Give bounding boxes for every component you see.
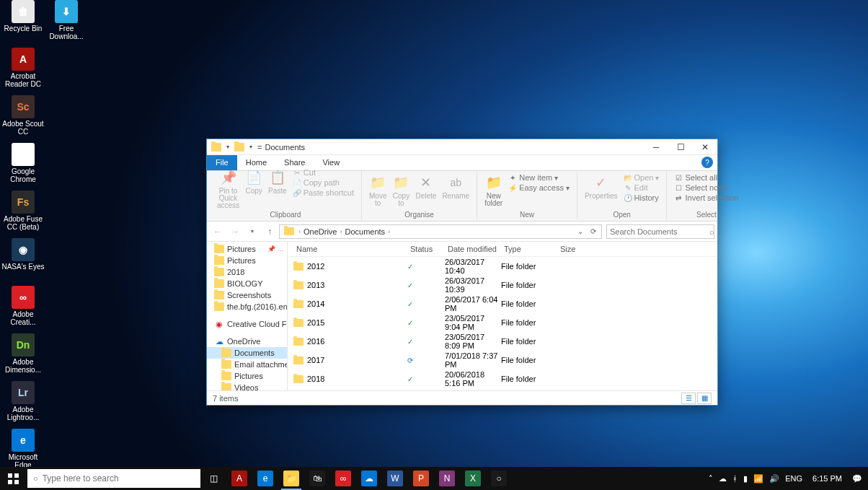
file-list[interactable]: 2012 ✓ 26/03/2017 10:40 File folder 2013… — [288, 257, 717, 390]
taskbar-acrobat[interactable]: A — [226, 467, 252, 490]
desktop-icon[interactable]: 🗑Recycle Bin — [1, 0, 45, 32]
address-dropdown[interactable]: ⌄ — [574, 227, 587, 235]
battery-icon[interactable]: ▮ — [743, 474, 748, 484]
desktop-icon[interactable]: LrAdobe Lightroo... — [1, 381, 45, 421]
nav-item[interactable]: Pictures — [207, 255, 287, 266]
column-headers[interactable]: Name Status Date modified Type Size — [288, 242, 717, 257]
nav-item[interactable]: 2018 — [207, 266, 287, 278]
titlebar[interactable]: ▾ ▾ = Documents ─ ☐ ✕ — [207, 139, 717, 155]
selectnone-button[interactable]: ☐Select none — [673, 183, 740, 193]
cut-button[interactable]: ✂Cut — [291, 167, 355, 178]
invertsel-button[interactable]: ⇄Invert selection — [673, 193, 740, 203]
nav-item[interactable]: Email attachments — [207, 359, 287, 370]
refresh-button[interactable]: ⟳ — [587, 227, 600, 235]
desktop-icon[interactable]: ◯Google Chrome — [1, 143, 45, 183]
search-input[interactable] — [610, 227, 709, 236]
file-row[interactable]: 2012 ✓ 26/03/2017 10:40 File folder — [288, 257, 717, 276]
taskbar-excel[interactable]: X — [460, 467, 486, 490]
pin-quickaccess-button[interactable]: 📌Pin to Quick access — [214, 167, 242, 211]
nav-ccf[interactable]: ◉Creative Cloud Files — [207, 318, 287, 330]
paste-button[interactable]: 📋Paste — [265, 167, 290, 196]
help-button[interactable]: ? — [701, 157, 713, 168]
newfolder-button[interactable]: 📁New folder — [482, 172, 505, 209]
col-date[interactable]: Date modified — [445, 245, 501, 253]
taskbar-word[interactable]: W — [382, 467, 408, 490]
wifi-icon[interactable]: 📶 — [753, 474, 763, 484]
copypath-button[interactable]: 📄Copy path — [291, 178, 355, 188]
moveto-button[interactable]: 📁Move to — [366, 172, 389, 209]
taskbar-cortana[interactable]: ○ — [486, 467, 512, 490]
bluetooth-icon[interactable]: ᚼ — [732, 474, 738, 483]
col-status[interactable]: Status — [407, 245, 445, 253]
desktop-icon[interactable]: AAcrobat Reader DC — [1, 48, 45, 88]
maximize-button[interactable]: ☐ — [668, 139, 693, 155]
taskbar-search-input[interactable] — [43, 473, 195, 484]
taskbar-edge[interactable]: e — [252, 467, 278, 490]
taskbar-store[interactable]: 🛍 — [304, 467, 330, 490]
copyto-button[interactable]: 📁Copy to — [389, 172, 412, 209]
col-type[interactable]: Type — [501, 245, 557, 253]
easyaccess-button[interactable]: ⚡Easy access ▾ — [507, 183, 571, 193]
breadcrumb[interactable]: OneDrive — [302, 227, 338, 236]
file-row[interactable]: 2017 ⟳ 7/01/2018 7:37 PM File folder — [288, 351, 717, 369]
chevron-right-icon[interactable]: › — [338, 228, 343, 235]
nav-item[interactable]: the.bfg.(2016).eng.1c — [207, 301, 287, 312]
address-box[interactable]: › OneDrive › Documents › ⌄ ⟳ — [279, 224, 602, 239]
taskbar-ppt[interactable]: P — [408, 467, 434, 490]
recent-dropdown[interactable]: ▾ — [244, 224, 260, 240]
clock[interactable]: 6:15 PM — [808, 475, 846, 483]
back-button[interactable]: ← — [210, 224, 226, 240]
system-tray[interactable]: ˄ ☁ ᚼ ▮ 📶 🔊 ENG 6:15 PM 💬 — [709, 474, 868, 484]
file-row[interactable]: 2013 ✓ 26/03/2017 10:39 File folder — [288, 276, 717, 294]
desktop-icon[interactable]: eMicrosoft Edge — [1, 429, 45, 469]
notifications-icon[interactable]: 💬 — [852, 474, 862, 484]
taskbar-creative[interactable]: ∞ — [330, 467, 356, 490]
minimize-button[interactable]: ─ — [644, 139, 668, 155]
desktop-icon[interactable]: ScAdobe Scout CC — [1, 95, 45, 136]
nav-pane[interactable]: Pictures📌 …Pictures2018BIOLOGYScreenshot… — [207, 242, 288, 390]
edit-button[interactable]: ✎Edit — [622, 183, 661, 193]
rename-button[interactable]: abRename — [439, 172, 472, 201]
desktop-icon[interactable]: FsAdobe Fuse CC (Beta) — [1, 191, 45, 231]
qa-dropdown-icon[interactable]: ▾ — [247, 144, 254, 150]
taskbar-onenote[interactable]: N — [434, 467, 460, 490]
file-row[interactable]: 2015 ✓ 23/05/2017 9:04 PM File folder — [288, 313, 717, 332]
desktop-icon[interactable]: ⬇Free Downloa... — [45, 0, 88, 40]
open-button[interactable]: 📂Open ▾ — [622, 172, 661, 183]
nav-item[interactable]: BIOLOGY — [207, 278, 287, 289]
delete-button[interactable]: ✕Delete — [412, 172, 439, 201]
pasteshortcut-button[interactable]: 🔗Paste shortcut — [291, 188, 355, 198]
search-icon[interactable]: ⌕ — [709, 227, 714, 236]
taskbar-search[interactable]: ○ — [27, 469, 200, 488]
chevron-right-icon[interactable]: › — [297, 228, 302, 235]
nav-item[interactable]: Pictures📌 … — [207, 243, 287, 255]
file-row[interactable]: 2018 ✓ 20/06/2018 5:16 PM File folder — [288, 369, 717, 388]
volume-icon[interactable]: 🔊 — [769, 474, 779, 484]
nav-item[interactable]: Screenshots — [207, 289, 287, 301]
taskbar-explorer[interactable]: 📁 — [278, 467, 304, 490]
desktop-icon[interactable]: ∞Adobe Creati... — [1, 286, 45, 326]
desktop-icon[interactable]: DnAdobe Dimensio... — [1, 333, 45, 374]
nav-onedrive[interactable]: ☁OneDrive — [207, 336, 287, 347]
icons-view-button[interactable]: ▦ — [697, 393, 712, 404]
chevron-right-icon[interactable]: › — [386, 228, 391, 235]
up-button[interactable]: ↑ — [262, 224, 278, 240]
onedrive-tray-icon[interactable]: ☁ — [719, 474, 727, 484]
selectall-button[interactable]: ☑Select all — [673, 172, 740, 183]
nav-item[interactable]: Pictures — [207, 370, 287, 382]
language-indicator[interactable]: ENG — [785, 474, 802, 483]
details-view-button[interactable]: ☰ — [681, 393, 696, 404]
search-box[interactable]: ⌕ — [606, 224, 714, 239]
qa-dropdown-icon[interactable]: ▾ — [224, 144, 231, 150]
file-row[interactable]: 2016 ✓ 23/05/2017 8:09 PM File folder — [288, 332, 717, 351]
col-name[interactable]: Name — [293, 245, 407, 253]
tray-chevron-icon[interactable]: ˄ — [709, 474, 713, 484]
forward-button[interactable]: → — [227, 224, 243, 240]
history-button[interactable]: 🕐History — [622, 193, 661, 203]
copy-button[interactable]: 📄Copy — [242, 167, 265, 196]
taskbar-onedrive[interactable]: ☁ — [356, 467, 382, 490]
close-button[interactable]: ✕ — [693, 139, 717, 155]
col-size[interactable]: Size — [557, 245, 593, 253]
properties-button[interactable]: ✓Properties — [582, 172, 621, 201]
desktop-icon[interactable]: ◉NASA's Eyes — [1, 238, 45, 271]
